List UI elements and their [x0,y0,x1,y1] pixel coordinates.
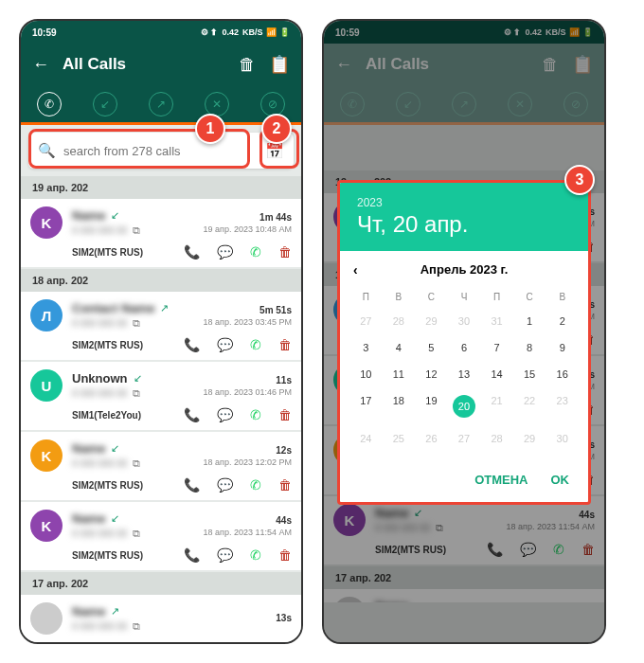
calendar-day[interactable]: 17 [349,387,383,425]
call-card[interactable]: K Name↙ 8 000 000 00⧉ 44s18 апр. 2023 11… [21,502,301,570]
calendar-day[interactable]: 6 [448,334,481,361]
sim-label: SIM2(MTS RUS) [72,480,167,491]
copy-icon[interactable]: ⧉ [133,620,140,633]
phone-number: 8 000 000 00 [72,388,127,399]
calendar-day[interactable]: 13 [448,361,481,387]
phone-left: 10:59 ⚙ ⬆ 0.42 KB/S 📶 🔋 ← All Calls 🗑 📋 … [19,19,303,644]
annotation-badge-3: 3 [564,165,595,195]
picker-year[interactable]: 2023 [357,196,571,209]
call-action-icon[interactable]: 📞 [184,477,200,493]
avatar[interactable]: K [30,439,63,472]
calendar-day[interactable]: 16 [546,361,579,387]
whatsapp-action-icon[interactable]: ✆ [250,477,261,493]
whatsapp-action-icon[interactable]: ✆ [250,244,261,260]
sms-action-icon[interactable]: 💬 [217,407,233,422]
call-direction-icon: ↙ [111,442,119,455]
dow-label: П [349,286,383,308]
avatar[interactable] [30,602,63,635]
copy-icon[interactable]: ⧉ [133,387,140,400]
ok-button[interactable]: OK [551,473,570,487]
delete-all-icon[interactable]: 🗑 [239,55,256,75]
delete-action-icon[interactable]: 🗑 [278,547,292,563]
call-card[interactable]: Name↗ 8 000 000 00⧉ 13s [21,595,301,642]
date-group-header: 18 апр. 202 [21,269,301,292]
sms-action-icon[interactable]: 💬 [217,477,233,493]
back-icon[interactable]: ← [32,55,49,75]
calendar-day[interactable]: 4 [383,334,416,361]
avatar[interactable]: U [30,369,63,402]
whatsapp-action-icon[interactable]: ✆ [250,337,261,352]
calendar-day[interactable]: 1 [513,308,546,334]
tab-outgoing[interactable]: ↗ [149,92,173,116]
tab-bar: ✆ ↙ ↗ ✕ ⊘ [21,85,301,125]
timestamp: 19 апр. 2023 10:48 AM [204,224,292,234]
cancel-button[interactable]: ОТМЕНА [474,473,528,487]
contact-name: Unknown [72,371,128,385]
copy-icon[interactable]: ⧉ [133,457,140,470]
export-csv-icon[interactable]: 📋 [269,54,290,75]
calendar-day[interactable]: 19 [415,387,448,425]
call-card[interactable]: U Unknown↙ 8 000 000 00⧉ 11s18 апр. 2023… [21,362,301,430]
calendar-day[interactable]: 11 [383,361,416,387]
tab-incoming[interactable]: ↙ [93,92,117,116]
status-bar: 10:59 ⚙ ⬆ 0.42 KB/S 📶 🔋 [21,21,301,44]
calendar-day: 30 [448,308,481,334]
timestamp: 18 апр. 2023 03:45 PM [204,317,292,327]
calendar-day[interactable]: 8 [513,334,546,361]
calendar-day[interactable]: 7 [480,334,513,361]
timestamp: 18 апр. 2023 12:02 PM [204,457,292,467]
calendar-day[interactable]: 2 [546,308,579,334]
calendar-day[interactable]: 18 [383,387,416,425]
picker-actions: ОТМЕНА OK [340,463,588,502]
call-direction-icon: ↗ [160,302,169,314]
prev-month-icon[interactable]: ‹ [353,262,358,278]
sms-action-icon[interactable]: 💬 [217,337,233,352]
delete-action-icon[interactable]: 🗑 [278,337,292,352]
sim-label: SIM2(MTS RUS) [72,550,167,561]
dow-label: В [546,286,579,308]
call-action-icon[interactable]: 📞 [184,547,200,563]
whatsapp-action-icon[interactable]: ✆ [250,407,261,422]
calendar-day[interactable]: 3 [349,334,383,361]
calendar-icon[interactable]: 📅 [265,142,284,160]
copy-icon[interactable]: ⧉ [133,317,140,330]
call-card[interactable]: Л Contact Name↗ 8 000 000 00⧉ 5m 51s18 а… [21,292,301,360]
sms-action-icon[interactable]: 💬 [217,547,233,563]
calendar-day[interactable]: 5 [415,334,448,361]
calendar-day[interactable]: 14 [480,361,513,387]
calendar-day[interactable]: 10 [349,361,383,387]
call-action-icon[interactable]: 📞 [184,244,200,260]
call-action-icon[interactable]: 📞 [184,337,200,352]
picker-selected-date: Чт, 20 апр. [357,211,571,238]
calendar-day[interactable]: 12 [415,361,448,387]
copy-icon[interactable]: ⧉ [133,528,140,540]
calendar-day[interactable]: 9 [546,334,579,361]
calendar-day: 29 [513,425,546,452]
timestamp: 18 апр. 2023 01:46 PM [204,387,292,397]
search-input[interactable] [63,144,258,158]
avatar[interactable]: K [30,206,63,239]
call-card[interactable]: K Name↙ 8 000 000 00⧉ 1m 44s19 апр. 2023… [21,199,301,267]
avatar[interactable]: K [30,510,63,542]
avatar[interactable]: Л [30,299,63,332]
tab-missed[interactable]: ✕ [205,92,229,116]
tab-all-calls[interactable]: ✆ [37,92,62,116]
delete-action-icon[interactable]: 🗑 [278,477,292,493]
call-direction-icon: ↙ [134,372,142,385]
call-list[interactable]: 19 апр. 202 K Name↙ 8 000 000 00⧉ 1m 44s… [21,176,301,644]
duration: 1m 44s [204,212,292,223]
sms-action-icon[interactable]: 💬 [217,244,233,260]
delete-action-icon[interactable]: 🗑 [278,244,292,260]
calendar-day[interactable]: 20 [448,387,481,425]
copy-icon[interactable]: ⧉ [133,224,140,237]
call-card[interactable]: K Name↙ 8 000 000 00⧉ 12s18 апр. 2023 12… [21,432,301,500]
duration: 5m 51s [204,305,292,315]
calendar-day[interactable]: 15 [513,361,546,387]
calendar-day: 28 [383,308,416,334]
calendar-day: 27 [448,425,481,452]
phone-number: 8 000 000 00 [72,529,127,539]
tab-rejected[interactable]: ⊘ [260,92,285,116]
whatsapp-action-icon[interactable]: ✆ [250,547,261,563]
delete-action-icon[interactable]: 🗑 [278,407,292,422]
call-action-icon[interactable]: 📞 [184,407,200,422]
